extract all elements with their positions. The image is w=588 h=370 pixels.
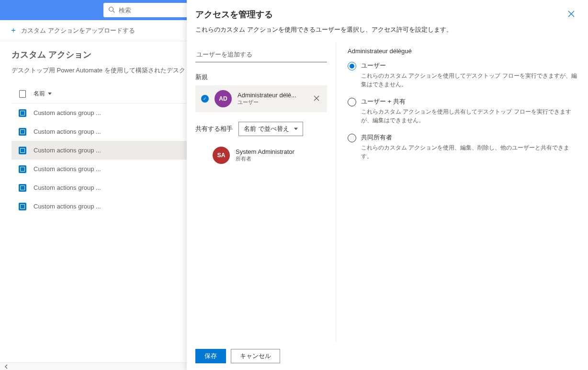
permission-label: 共同所有者 [361, 133, 579, 142]
svg-point-0 [109, 7, 113, 11]
horizontal-scroll-hint[interactable] [0, 362, 187, 370]
svg-line-1 [113, 11, 115, 12]
add-user-input[interactable]: ユーザーを追加する [195, 47, 327, 62]
permission-description: これらのカスタム アクションを使用、編集、削除し、他のユーザーと共有できます。 [361, 143, 579, 161]
manage-access-panel: アクセスを管理する これらのカスタム アクションを使用できるユーザーを選択し、ア… [187, 0, 588, 370]
permission-radio-group: ユーザー これらのカスタム アクションを使用してデスクトップ フローを実行できま… [348, 61, 579, 161]
shared-user-role: 所有者 [236, 155, 327, 162]
permissions-heading: Administrateur délégué [348, 47, 579, 55]
avatar: AD [215, 90, 232, 107]
panel-right-column: Administrateur délégué ユーザー これらのカスタム アクシ… [336, 43, 579, 342]
panel-left-column: ユーザーを追加する 新規 ✓ AD Administrateur délé...… [195, 43, 336, 342]
new-user-row[interactable]: ✓ AD Administrateur délé... ユーザー [195, 85, 327, 112]
share-with-label: 共有する相手 [195, 125, 233, 133]
cancel-button[interactable]: キャンセル [231, 349, 280, 363]
upload-custom-action-button[interactable]: ＋ カスタム アクションをアップロードする [10, 25, 135, 35]
sort-label: 名前 で並べ替え [244, 125, 289, 133]
upload-label: カスタム アクションをアップロードする [21, 26, 135, 35]
row-type-icon [11, 165, 34, 173]
avatar: SA [213, 147, 230, 164]
shared-user-row[interactable]: SA System Administrator 所有者 [195, 144, 327, 167]
shared-user-name: System Administrator [236, 148, 327, 155]
search-icon [108, 6, 115, 14]
col-type-icon [11, 90, 34, 98]
new-user-name: Administrateur délé... [237, 92, 306, 99]
row-type-icon [11, 203, 34, 210]
save-button[interactable]: 保存 [195, 349, 226, 363]
close-icon[interactable] [566, 9, 577, 21]
radio-input[interactable] [348, 62, 356, 70]
permission-label: ユーザー + 共有 [361, 97, 579, 106]
permission-label: ユーザー [361, 61, 579, 70]
sort-dropdown[interactable]: 名前 で並べ替え [238, 122, 303, 136]
permission-option[interactable]: 共同所有者 これらのカスタム アクションを使用、編集、削除し、他のユーザーと共有… [348, 133, 579, 161]
permission-option[interactable]: ユーザー これらのカスタム アクションを使用してデスクトップ フローを実行できま… [348, 61, 579, 89]
panel-footer: 保存 キャンセル [187, 342, 588, 370]
row-type-icon [11, 109, 34, 117]
check-icon: ✓ [201, 95, 209, 103]
col-name-label: 名前 [34, 90, 45, 98]
plus-icon: ＋ [10, 25, 17, 35]
permission-description: これらカスタム アクションを使用し共有してデスクトップ フローを実行できますが、… [361, 107, 579, 125]
radio-input[interactable] [348, 134, 356, 142]
permission-option[interactable]: ユーザー + 共有 これらカスタム アクションを使用し共有してデスクトップ フロ… [348, 97, 579, 125]
chevron-down-icon [48, 92, 52, 95]
new-section-label: 新規 [195, 73, 327, 81]
row-type-icon [11, 184, 34, 192]
panel-subtitle: これらのカスタム アクションを使用できるユーザーを選択し、アクセス許可を設定しま… [187, 25, 588, 43]
row-type-icon [11, 147, 34, 154]
panel-title: アクセスを管理する [195, 9, 273, 20]
row-type-icon [11, 128, 34, 136]
remove-user-icon[interactable] [312, 93, 321, 104]
new-user-role: ユーザー [237, 99, 306, 106]
permission-description: これらのカスタム アクションを使用してデスクトップ フローを実行できますが、編集… [361, 71, 579, 89]
radio-input[interactable] [348, 98, 356, 106]
